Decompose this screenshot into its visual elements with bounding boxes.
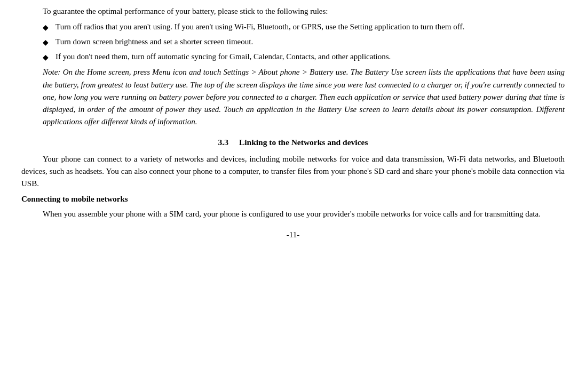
bullet-item-3: ◆ If you don't need them, turn off autom… — [43, 51, 565, 63]
section-number: 3.3 — [218, 138, 228, 147]
bullet-text-3: If you don't need them, turn off automat… — [56, 51, 565, 63]
note-block: Note: On the Home screen, press Menu ico… — [43, 66, 565, 128]
page-number: -11- — [21, 229, 565, 241]
intro-line: To guarantee the optimal performance of … — [21, 5, 565, 18]
bullet-diamond-2: ◆ — [43, 37, 52, 49]
bullet-item-1: ◆ Turn off radios that you aren't using.… — [43, 21, 565, 34]
bullet-diamond-3: ◆ — [43, 52, 52, 63]
bullet-list: ◆ Turn off radios that you aren't using.… — [43, 21, 565, 63]
section-title: Linking to the Networks and devices — [239, 138, 368, 147]
bullet-text-1: Turn off radios that you aren't using. I… — [56, 21, 565, 33]
paragraph-1: Your phone can connect to a variety of n… — [21, 153, 565, 190]
bullet-text-2: Turn down screen brightness and set a sh… — [56, 36, 565, 48]
section-heading: 3.3Linking to the Networks and devices — [21, 136, 565, 149]
bullet-item-2: ◆ Turn down screen brightness and set a … — [43, 36, 565, 49]
connecting-heading: Connecting to mobile networks — [21, 193, 565, 205]
bullet-diamond-1: ◆ — [43, 22, 52, 34]
paragraph-2: When you assemble your phone with a SIM … — [21, 208, 565, 220]
